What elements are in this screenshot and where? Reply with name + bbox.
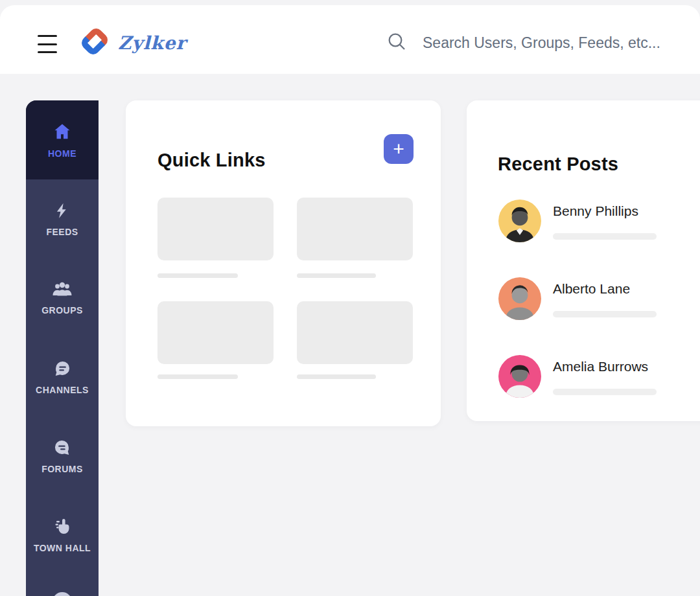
quick-links-card: Quick Links + [126,100,441,426]
add-quick-link-button[interactable]: + [384,134,414,164]
zylker-logo-icon [78,25,111,61]
recent-posts-card: Recent Posts Benny Phillips Alberto Lane [467,100,700,421]
sidebar-item-label: GROUPS [41,305,83,315]
sidebar-item-feeds[interactable]: FEEDS [26,179,99,258]
sidebar-item-label: CHANNELS [36,385,89,395]
partial-icon [52,592,72,596]
search-input[interactable] [421,34,683,52]
raised-hand-icon [54,518,71,536]
quick-link-placeholder-tile[interactable] [158,198,274,260]
recent-posts-title: Recent Posts [498,154,618,175]
quick-link-placeholder-tile[interactable] [297,301,413,364]
lightning-icon [54,201,71,220]
sidebar-item-groups[interactable]: GROUPS [26,258,99,338]
quick-link-placeholder-tile[interactable] [158,301,274,364]
recent-post-row: Alberto Lane [498,277,700,327]
sidebar-item-town-hall[interactable]: TOWN HALL [26,496,99,575]
post-placeholder-line [553,233,657,240]
sidebar-item-label: FORUMS [41,464,83,474]
sidebar-item-home[interactable]: HOME [26,100,99,179]
recent-post-row: Amelia Burrows [498,355,700,404]
avatar[interactable] [498,200,541,242]
brand-logo[interactable]: Zylker [78,25,186,61]
home-icon [52,122,72,141]
quick-link-placeholder-tile[interactable] [297,198,413,260]
sidebar-item-channels[interactable]: CHANNELS [26,338,99,417]
sidebar-item-label: HOME [48,148,76,159]
quick-links-title: Quick Links [158,150,266,171]
avatar[interactable] [498,355,541,398]
sidebar-item-label: FEEDS [46,227,78,237]
search-icon [386,31,407,54]
placeholder-line [158,374,238,379]
post-author-name[interactable]: Alberto Lane [553,281,630,297]
people-icon [52,281,73,298]
recent-post-row: Benny Phillips [498,200,700,249]
hamburger-menu-icon[interactable] [38,35,57,53]
post-placeholder-line [553,311,657,317]
top-bar: Zylker [0,5,700,74]
brand-name: Zylker [118,32,186,54]
post-placeholder-line [553,389,657,395]
avatar[interactable] [498,277,541,320]
global-search[interactable] [386,31,683,54]
sidebar-item-label: TOWN HALL [34,543,91,553]
placeholder-line [297,273,376,278]
placeholder-line [297,374,376,379]
sidebar-nav: HOME FEEDS GROUPS [26,100,99,596]
post-author-name[interactable]: Benny Phillips [553,203,638,219]
forum-bubble-icon [53,439,71,457]
chat-bubble-icon [53,360,71,378]
post-author-name[interactable]: Amelia Burrows [553,359,648,374]
sidebar-item-partial[interactable] [26,575,99,596]
sidebar-item-forums[interactable]: FORUMS [26,417,99,496]
placeholder-line [158,273,238,278]
